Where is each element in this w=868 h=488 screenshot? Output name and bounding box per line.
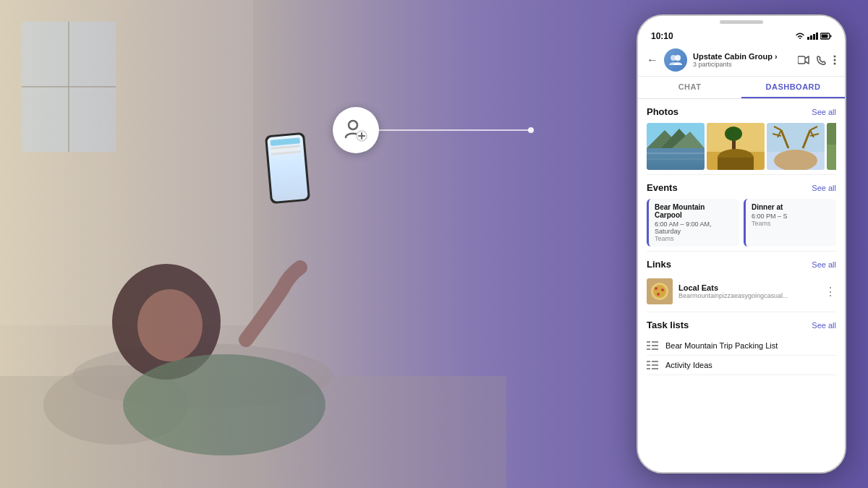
tabs-bar: CHAT DASHBOARD bbox=[638, 77, 845, 99]
app-header: ← Upstate Cabin Group › 3 participants bbox=[638, 44, 845, 77]
photos-row bbox=[647, 123, 836, 170]
tab-dashboard[interactable]: DASHBOARD bbox=[741, 77, 845, 98]
svg-point-22 bbox=[834, 59, 836, 61]
link-more-button[interactable]: ⋮ bbox=[825, 285, 836, 299]
svg-point-52 bbox=[653, 285, 666, 298]
connector-dot bbox=[528, 127, 534, 133]
header-actions bbox=[798, 55, 836, 65]
svg-rect-17 bbox=[830, 35, 832, 38]
photo-1[interactable] bbox=[647, 123, 705, 170]
link-title: Local Eats bbox=[678, 283, 819, 292]
phone-time: 10:10 bbox=[651, 31, 673, 41]
connector-line bbox=[379, 129, 531, 131]
links-see-all[interactable]: See all bbox=[812, 260, 836, 269]
event-2-title: Dinner at bbox=[752, 203, 830, 211]
event-1-time: 6:00 AM – 9:00 AM, Saturday bbox=[655, 221, 733, 235]
svg-point-21 bbox=[834, 56, 836, 58]
svg-rect-16 bbox=[822, 35, 828, 38]
events-title: Events bbox=[647, 182, 678, 193]
header-info: Upstate Cabin Group › 3 participants bbox=[693, 52, 792, 68]
task-item-1[interactable]: Bear Mountain Trip Packing List bbox=[647, 336, 836, 356]
status-icons bbox=[795, 33, 832, 40]
link-thumbnail bbox=[647, 278, 673, 304]
svg-point-55 bbox=[657, 293, 660, 296]
photos-title: Photos bbox=[647, 106, 678, 117]
video-call-icon[interactable] bbox=[798, 56, 809, 64]
add-participant-icon bbox=[343, 117, 369, 143]
event-2-time: 6:00 PM – S bbox=[752, 213, 830, 220]
events-section: Events See all Bear Mountain Carpool 6:0… bbox=[638, 175, 845, 251]
group-avatar bbox=[664, 48, 687, 72]
event-1-title: Bear Mountain Carpool bbox=[655, 203, 733, 219]
links-header: Links See all bbox=[647, 259, 836, 270]
photo-3[interactable] bbox=[767, 123, 825, 170]
link-item-1[interactable]: Local Eats Bearmountainpizzaeasygoingcas… bbox=[647, 275, 836, 307]
event-card-2[interactable]: Dinner at 6:00 PM – S Teams bbox=[744, 199, 836, 247]
svg-rect-28 bbox=[647, 148, 705, 170]
link-info: Local Eats Bearmountainpizzaeasygoingcas… bbox=[678, 283, 819, 299]
events-row: Bear Mountain Carpool 6:00 AM – 9:00 AM,… bbox=[647, 199, 836, 247]
phone-frame: 10:10 bbox=[637, 14, 846, 474]
svg-point-54 bbox=[661, 288, 664, 291]
photo-2[interactable] bbox=[707, 123, 765, 170]
links-title: Links bbox=[647, 259, 671, 270]
task-lists-section: Task lists See all Bear Mountain Trip Pa… bbox=[638, 312, 845, 380]
tab-chat[interactable]: CHAT bbox=[638, 77, 741, 98]
more-options-icon[interactable] bbox=[833, 55, 836, 65]
svg-point-53 bbox=[655, 287, 658, 290]
battery-icon bbox=[820, 33, 832, 40]
link-url: Bearmountainpizzaeasygoingcasual... bbox=[678, 292, 819, 299]
task-2-title: Activity Ideas bbox=[665, 361, 712, 369]
svg-rect-36 bbox=[718, 158, 754, 170]
svg-point-11 bbox=[349, 121, 357, 129]
task-list-icon bbox=[647, 341, 658, 351]
wifi-icon bbox=[795, 33, 805, 40]
add-participant-button[interactable] bbox=[333, 107, 379, 153]
hand-phone-content bbox=[267, 134, 304, 158]
task-item-2[interactable]: Activity Ideas bbox=[647, 356, 836, 375]
photos-section: Photos See all bbox=[638, 99, 845, 174]
signal-icon bbox=[807, 33, 818, 40]
svg-rect-20 bbox=[798, 56, 805, 64]
photo-4[interactable] bbox=[827, 123, 836, 170]
hand-phone-screen bbox=[267, 134, 308, 202]
svg-point-23 bbox=[834, 63, 836, 65]
event-2-platform: Teams bbox=[752, 220, 830, 227]
participants-count: 3 participants bbox=[693, 61, 792, 68]
event-card-1[interactable]: Bear Mountain Carpool 6:00 AM – 9:00 AM,… bbox=[647, 199, 739, 247]
svg-point-19 bbox=[675, 55, 681, 61]
links-section: Links See all bbox=[638, 252, 845, 312]
group-name: Upstate Cabin Group › bbox=[693, 52, 792, 61]
task-list-icon-2 bbox=[647, 360, 658, 370]
task-lists-see-all[interactable]: See all bbox=[812, 321, 836, 330]
events-see-all[interactable]: See all bbox=[812, 184, 836, 192]
status-bar: 10:10 bbox=[638, 25, 845, 44]
back-button[interactable]: ← bbox=[647, 53, 658, 67]
phone-mockup: 10:10 bbox=[637, 14, 846, 474]
task-lists-header: Task lists See all bbox=[647, 320, 836, 330]
phone-call-icon[interactable] bbox=[817, 56, 826, 65]
svg-rect-49 bbox=[827, 123, 836, 145]
task-1-title: Bear Mountain Trip Packing List bbox=[665, 341, 778, 350]
app-content[interactable]: Photos See all bbox=[638, 99, 845, 472]
event-1-platform: Teams bbox=[655, 235, 733, 242]
events-header: Events See all bbox=[647, 182, 836, 193]
hand-phone bbox=[265, 132, 310, 204]
phone-speaker bbox=[720, 20, 763, 24]
photos-see-all[interactable]: See all bbox=[812, 108, 836, 116]
photos-header: Photos See all bbox=[647, 106, 836, 117]
svg-point-34 bbox=[725, 127, 742, 141]
task-lists-title: Task lists bbox=[647, 320, 689, 330]
